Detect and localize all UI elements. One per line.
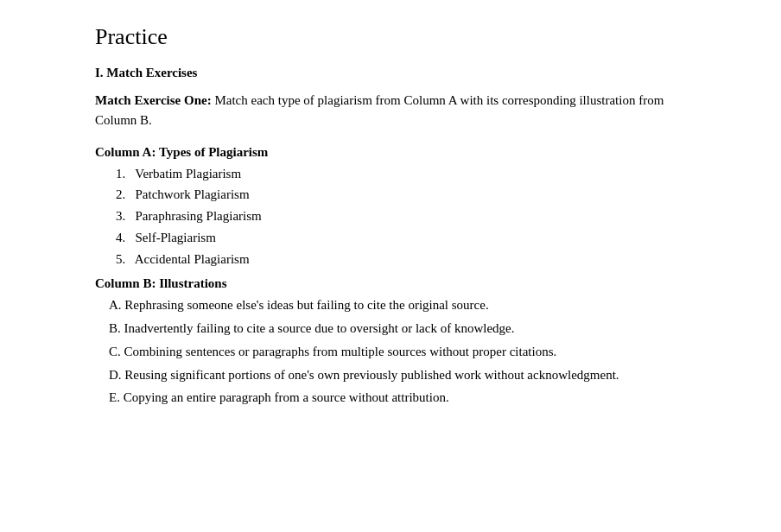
list-letter: E. — [109, 390, 120, 404]
section-heading: I. Match Exercises — [95, 66, 686, 80]
list-item: B. Inadvertently failing to cite a sourc… — [109, 318, 686, 339]
page-title: Practice — [95, 24, 686, 50]
list-text: Inadvertently failing to cite a source d… — [124, 321, 515, 335]
page-container: Practice I. Match Exercises Match Exerci… — [0, 0, 781, 434]
list-text: Copying an entire paragraph from a sourc… — [124, 390, 449, 404]
list-item: 3. Paraphrasing Plagiarism — [116, 206, 686, 227]
column-a-list: 1. Verbatim Plagiarism 2. Patchwork Plag… — [95, 163, 686, 270]
list-number: 3. — [116, 209, 125, 223]
list-item: 1. Verbatim Plagiarism — [116, 163, 686, 185]
column-a-heading: Column A: Types of Plagiarism — [95, 145, 686, 160]
list-letter: B. — [109, 321, 121, 335]
exercise-intro: Match Exercise One: Match each type of p… — [95, 91, 686, 131]
list-number: 5. — [116, 252, 125, 266]
list-item: E. Copying an entire paragraph from a so… — [109, 387, 686, 408]
list-item: 4. Self-Plagiarism — [116, 227, 686, 249]
column-b-heading: Column B: Illustrations — [95, 276, 686, 291]
list-text: Reusing significant portions of one's ow… — [124, 368, 619, 382]
list-number: 4. — [116, 231, 125, 244]
list-item: A. Rephrasing someone else's ideas but f… — [109, 294, 686, 316]
list-text: Patchwork Plagiarism — [136, 187, 250, 201]
list-letter: D. — [109, 368, 122, 382]
list-item: C. Combining sentences or paragraphs fro… — [109, 341, 686, 363]
list-number: 1. — [116, 167, 125, 180]
list-number: 2. — [116, 187, 125, 201]
exercise-intro-label: Match Exercise One: — [95, 93, 212, 107]
list-text: Self-Plagiarism — [136, 231, 216, 244]
list-text: Combining sentences or paragraphs from m… — [124, 345, 557, 358]
list-letter: A. — [109, 298, 122, 312]
list-text: Rephrasing someone else's ideas but fail… — [124, 298, 488, 312]
column-b-list: A. Rephrasing someone else's ideas but f… — [95, 294, 686, 408]
list-item: 2. Patchwork Plagiarism — [116, 184, 686, 206]
list-letter: C. — [109, 345, 121, 358]
list-item: D. Reusing significant portions of one's… — [109, 364, 686, 386]
list-text: Verbatim Plagiarism — [135, 167, 241, 180]
list-text: Paraphrasing Plagiarism — [136, 209, 262, 223]
list-text: Accidental Plagiarism — [135, 252, 250, 266]
list-item: 5. Accidental Plagiarism — [116, 249, 686, 270]
